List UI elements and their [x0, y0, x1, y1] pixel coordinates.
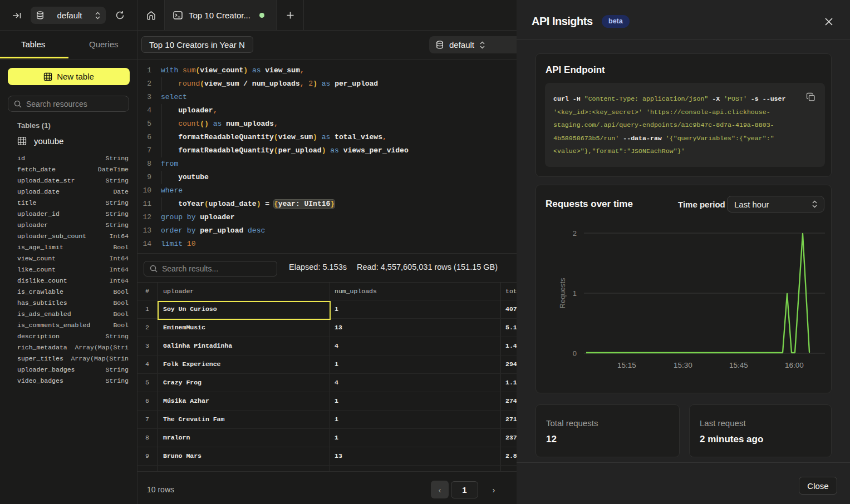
svg-text:2: 2	[573, 229, 577, 238]
svg-text:1: 1	[573, 289, 577, 298]
svg-text:Requests: Requests	[558, 278, 567, 308]
svg-text:16:00: 16:00	[785, 361, 804, 369]
svg-text:15:30: 15:30	[674, 361, 692, 369]
svg-text:15:15: 15:15	[617, 361, 636, 369]
svg-text:15:45: 15:45	[729, 361, 748, 369]
svg-text:0: 0	[573, 349, 577, 358]
